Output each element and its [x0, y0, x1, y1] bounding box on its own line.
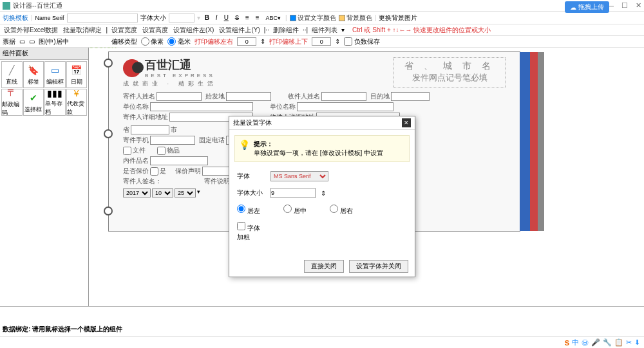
apply-font-button[interactable]: 设置字体并关闭: [349, 260, 408, 273]
offset-toolbar: 票据 ▭ ▭ 图(中)居中 偏移类型 像素 毫米 打印偏移左右 ⇕ 打印偏移上下…: [0, 36, 644, 48]
batch-font-dialog: 批量设置字体 ✕ 💡 提示： 单独设置每一项，请在 [修改设计模板] 中设置 字…: [229, 116, 415, 277]
palette-edit[interactable]: ▭编辑框: [44, 61, 66, 88]
tray-icon[interactable]: S: [565, 339, 569, 347]
align-right-radio[interactable]: 居右: [330, 205, 358, 215]
palette-date[interactable]: 📅日期: [66, 61, 88, 88]
keyboard-hint: Ctrl 或 Shift + ↑↓←→ 快速更改组件的位置或大小: [352, 26, 491, 35]
tray-down-icon[interactable]: ⬇: [634, 338, 640, 347]
change-bg-image-button[interactable]: 更换背景图片: [379, 14, 417, 23]
close-direct-button[interactable]: 直接关闭: [304, 260, 344, 273]
delete-component[interactable]: 删除组件: [272, 26, 300, 35]
receiver-name-field[interactable]: [321, 92, 366, 101]
app-icon: [3, 2, 10, 10]
tray-tool-icon[interactable]: 🔧: [603, 338, 612, 347]
font-select[interactable]: MS Sans Serif: [270, 171, 328, 181]
logo-icon: [123, 59, 141, 77]
side-strip-blue: [520, 52, 530, 231]
palette-postcode[interactable]: 〒邮政编码: [1, 89, 23, 116]
palette-line[interactable]: ╱直线: [1, 61, 23, 88]
size-label: 字体大小: [237, 188, 265, 197]
btn2[interactable]: ▭: [29, 38, 35, 45]
month-select[interactable]: 10: [152, 188, 173, 197]
font-size-select[interactable]: [169, 14, 194, 23]
btn1[interactable]: ▭: [19, 38, 25, 45]
dest-field[interactable]: [391, 92, 430, 101]
strike-button[interactable]: S̶: [233, 14, 241, 21]
company-field[interactable]: [150, 102, 253, 111]
sender-name-field[interactable]: [156, 92, 202, 101]
window-titlebar: 设计器--百世汇通 — ☐ ✕: [0, 0, 644, 12]
close-button[interactable]: ✕: [636, 1, 641, 10]
upload-button[interactable]: ☁ 拖拽上传: [565, 1, 609, 13]
spinner-icon[interactable]: ⇕: [321, 190, 326, 197]
set-top[interactable]: 设置组件上(Y): [218, 26, 261, 35]
italic-button[interactable]: I: [214, 14, 220, 21]
style-label: 票据: [3, 37, 15, 46]
origin-field[interactable]: [226, 92, 271, 101]
radio-pixel[interactable]: 像素: [141, 37, 164, 46]
offset-type-label: 偏移类型: [111, 37, 137, 46]
tray-icon-2[interactable]: ㉥: [582, 338, 589, 347]
align-center-radio[interactable]: 居中: [283, 205, 312, 215]
window-title: 设计器--百世汇通: [13, 1, 62, 10]
bulb-icon: 💡: [239, 140, 250, 158]
component-list[interactable]: 组件列表: [310, 26, 339, 35]
tray-clip-icon[interactable]: 📋: [614, 338, 623, 347]
text-color-button[interactable]: 设置文字颜色: [290, 14, 336, 23]
font-toolbar: 切换模板 | Name Serif 字体大小 ▾ B I U S̶ ≡ ≡ AB…: [0, 12, 644, 24]
neg-save-checkbox[interactable]: 负数保存: [344, 37, 380, 46]
align-button-2[interactable]: ≡: [254, 14, 261, 21]
offset-tb-label: 打印偏移上下: [269, 37, 308, 46]
offset-lr-input[interactable]: [237, 37, 256, 46]
palette-title: 组件面板: [0, 48, 88, 60]
palette-barcode[interactable]: ▮▮▮单号存档: [44, 89, 66, 116]
item-checkbox[interactable]: [157, 147, 166, 155]
size-input[interactable]: [270, 188, 316, 198]
side-strip-red: [530, 52, 538, 231]
bold-checkbox[interactable]: 字体加粗: [237, 222, 265, 242]
component-palette: 组件面板 ╱直线 🔖标签 ▭编辑框 📅日期 〒邮政编码 ✔选择框 ▮▮▮单号存档…: [0, 48, 89, 336]
tray-mic-icon[interactable]: 🎤: [591, 338, 600, 347]
font-size-label: 字体大小: [140, 14, 166, 23]
font-family-select[interactable]: [67, 14, 138, 23]
status-bar: 数据绑定: 请用鼠标选择一个模版上的组件: [0, 306, 644, 336]
cloud-icon: ☁: [570, 4, 576, 11]
bold-button[interactable]: B: [203, 14, 211, 21]
palette-cod[interactable]: ¥代收货款: [66, 89, 88, 116]
company-r-field[interactable]: [297, 102, 393, 111]
day-select[interactable]: 25: [175, 188, 196, 197]
bg-color-button[interactable]: 背景颜色: [339, 14, 372, 23]
component-toolbar: 设置外部Excel数据 批量取消绑定 | 设置宽度 设置高度 设置组件左(X) …: [0, 24, 644, 36]
center-label: 图(中)居中: [39, 37, 69, 46]
switch-template[interactable]: 切换模板: [3, 14, 28, 23]
set-external-excel[interactable]: 设置外部Excel数据: [3, 26, 59, 35]
batch-cancel-bind[interactable]: 批量取消绑定: [62, 26, 103, 35]
watermark: 河东软件园www.pc0359.cn: [89, 48, 140, 50]
dialog-hint: 💡 提示： 单独设置每一项，请在 [修改设计模板] 中设置: [234, 135, 410, 162]
tray-scissors-icon[interactable]: ✂: [626, 338, 632, 347]
offset-lr-label: 打印偏移左右: [194, 37, 233, 46]
doc-checkbox[interactable]: [123, 147, 131, 155]
set-height[interactable]: 设置高度: [141, 26, 169, 35]
underline-button[interactable]: U: [222, 14, 231, 21]
radio-mm[interactable]: 毫米: [167, 37, 191, 46]
tray-ime-icon[interactable]: 中: [572, 338, 579, 347]
dialog-close-button[interactable]: ✕: [402, 118, 411, 127]
font-label: 字体: [237, 172, 265, 181]
palette-tag[interactable]: 🔖标签: [23, 61, 44, 88]
year-select[interactable]: 2017: [123, 188, 151, 197]
logo: 百世汇通 BEST EXPRESS: [123, 57, 217, 78]
maximize-button[interactable]: ☐: [621, 1, 628, 10]
offset-tb-input[interactable]: [312, 37, 331, 46]
align-button[interactable]: ≡: [243, 14, 251, 21]
set-left[interactable]: 设置组件左(X): [172, 26, 215, 35]
set-width[interactable]: 设置宽度: [110, 26, 138, 35]
align-left-radio[interactable]: 居左: [237, 205, 265, 215]
system-tray: S 中 ㉥ 🎤 🔧 📋 ✂ ⬇: [0, 336, 644, 348]
case-button[interactable]: ABC▾: [264, 15, 283, 21]
header-destination: 省 、 城 市 名 发件网点记号笔必填: [393, 57, 506, 88]
palette-checkbox[interactable]: ✔选择框: [23, 89, 44, 116]
side-strip-gray: [538, 52, 544, 231]
dialog-title: 批量设置字体: [233, 118, 272, 127]
